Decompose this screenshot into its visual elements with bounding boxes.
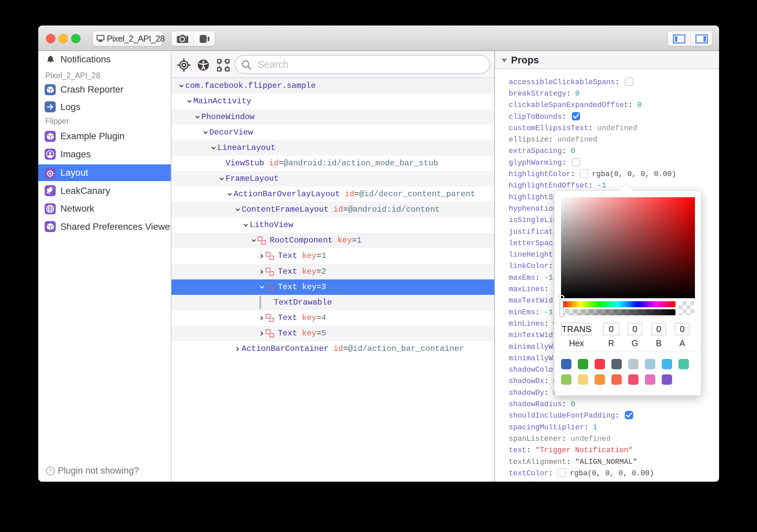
svg-text:?: ? <box>49 468 52 474</box>
